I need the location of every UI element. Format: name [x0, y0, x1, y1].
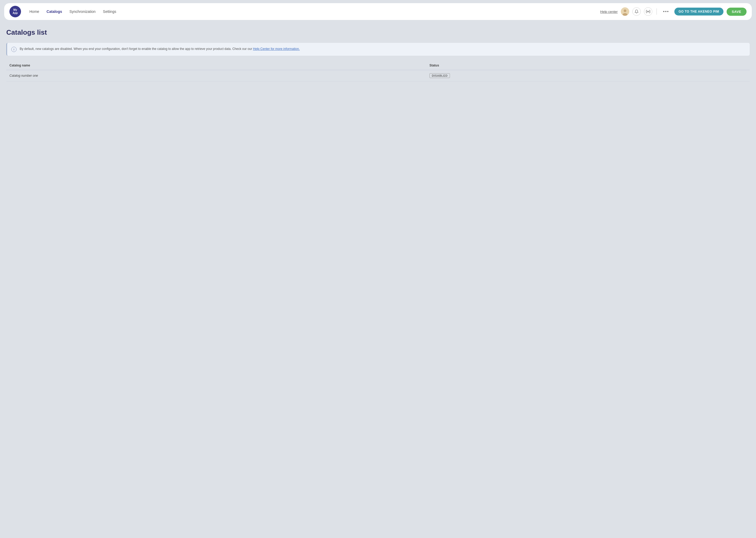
avatar	[621, 7, 629, 16]
catalog-name-cell[interactable]: Catalog number one	[6, 70, 426, 81]
main-content: Catalogs list i By default, new catalogs…	[4, 28, 752, 81]
akeneo-pim-button[interactable]: GO TO THE AKENEO PIM	[674, 8, 724, 16]
nav-item-home[interactable]: Home	[29, 9, 39, 14]
help-center-link[interactable]: Help center	[600, 10, 618, 14]
navbar-divider	[656, 8, 657, 15]
nav-link-home[interactable]: Home	[29, 10, 39, 14]
svg-point-3	[648, 11, 649, 12]
help-center-info-link[interactable]: Help Center for more information.	[253, 47, 300, 51]
more-button[interactable]: •••	[661, 8, 671, 15]
navbar-left: My App Home Catalogs Synchronization Set…	[10, 6, 116, 17]
nav-item-settings[interactable]: Settings	[103, 9, 116, 14]
table-body: Catalog number one DISABLED	[6, 70, 750, 81]
logo-line2: App	[13, 12, 18, 15]
svg-point-1	[624, 10, 626, 12]
info-text-before-link: By default, new catalogs are disabled. W…	[20, 47, 253, 51]
nav-item-synchronization[interactable]: Synchronization	[69, 9, 96, 14]
catalog-table: Catalog name Status Catalog number one D…	[6, 61, 750, 81]
nav-link-catalogs[interactable]: Catalogs	[46, 10, 62, 14]
nav-link-synchronization[interactable]: Synchronization	[69, 10, 96, 14]
nav-links: Home Catalogs Synchronization Settings	[29, 9, 116, 14]
col-header-status: Status	[426, 61, 750, 70]
logo-line1: My	[13, 8, 17, 12]
table-header: Catalog name Status	[6, 61, 750, 70]
status-badge: DISABLED	[429, 73, 450, 78]
info-banner: i By default, new catalogs are disabled.…	[6, 43, 750, 56]
table-row[interactable]: Catalog number one DISABLED	[6, 70, 750, 81]
bell-icon-button[interactable]	[632, 7, 641, 16]
page-title: Catalogs list	[6, 28, 750, 36]
navbar-right: Help center ••• GO TO THE	[600, 7, 746, 16]
broadcast-icon-button[interactable]	[644, 7, 652, 16]
save-button[interactable]: SAVE	[727, 8, 746, 16]
table-header-row: Catalog name Status	[6, 61, 750, 70]
info-banner-text: By default, new catalogs are disabled. W…	[20, 46, 300, 51]
info-icon: i	[11, 47, 17, 52]
app-logo: My App	[10, 6, 21, 17]
catalog-status-cell: DISABLED	[426, 70, 750, 81]
nav-link-settings[interactable]: Settings	[103, 10, 116, 14]
navbar: My App Home Catalogs Synchronization Set…	[4, 3, 752, 20]
col-header-catalog-name: Catalog name	[6, 61, 426, 70]
nav-item-catalogs[interactable]: Catalogs	[46, 9, 62, 14]
